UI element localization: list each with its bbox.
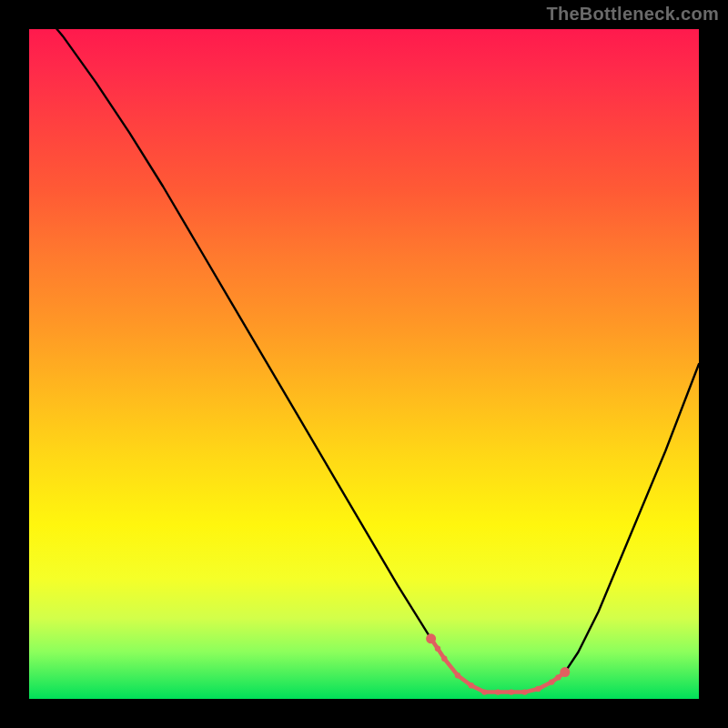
ideal-zone-marker xyxy=(441,656,447,662)
watermark-label: TheBottleneck.com xyxy=(546,4,719,25)
ideal-zone-marker xyxy=(509,689,514,694)
ideal-zone-marker xyxy=(560,667,570,677)
ideal-zone-marker xyxy=(521,689,527,694)
ideal-zone-marker xyxy=(469,682,474,688)
bottleneck-curve xyxy=(29,0,699,693)
ideal-zone-marker xyxy=(549,679,554,684)
curve-layer xyxy=(29,29,699,699)
ideal-zone-marker xyxy=(435,646,440,652)
ideal-zone-markers xyxy=(426,633,570,695)
chart-container: TheBottleneck.com xyxy=(0,0,728,728)
ideal-zone-marker xyxy=(455,672,460,678)
ideal-zone-marker xyxy=(426,633,436,643)
ideal-zone-marker xyxy=(495,689,500,694)
ideal-zone-marker xyxy=(481,689,487,694)
ideal-zone-marker xyxy=(535,686,541,692)
plot-area xyxy=(29,29,699,699)
ideal-zone-segment xyxy=(444,659,458,675)
ideal-zone-marker xyxy=(555,674,561,680)
